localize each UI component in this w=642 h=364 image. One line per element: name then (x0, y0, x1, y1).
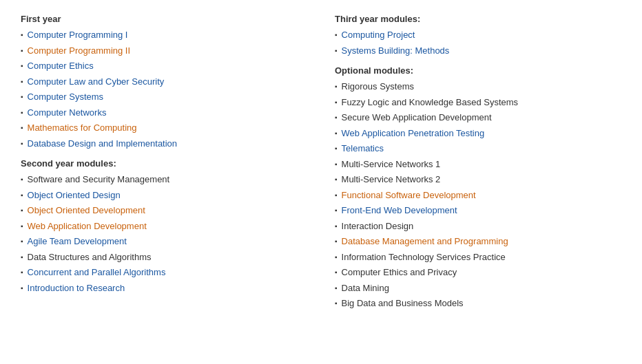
list-item: Secure Web Application Development (335, 111, 621, 125)
optional-heading: Optional modules: (335, 65, 621, 76)
computer-programming-i-link[interactable]: Computer Programming I (28, 28, 128, 42)
list-item: Multi-Service Networks 2 (335, 173, 621, 186)
computing-project-link[interactable]: Computing Project (342, 28, 415, 42)
intro-research-link[interactable]: Introduction to Research (28, 281, 125, 295)
db-management-link[interactable]: Database Management and Programming (342, 235, 508, 248)
list-item: Front-End Web Development (335, 204, 621, 217)
computer-ethics-link[interactable]: Computer Ethics (28, 59, 94, 73)
list-item: Computer Ethics (21, 59, 307, 73)
computer-programming-ii-link[interactable]: Computer Programming II (28, 44, 131, 58)
list-item: Concurrent and Parallel Algorithms (21, 266, 307, 279)
data-mining-text: Data Mining (342, 281, 389, 295)
right-column: Third year modules: Computing Project Sy… (335, 14, 621, 314)
computer-ethics-privacy-text: Computer Ethics and Privacy (342, 266, 457, 279)
computer-law-link[interactable]: Computer Law and Cyber Security (28, 75, 165, 89)
systems-building-link[interactable]: Systems Building: Methods (342, 44, 450, 58)
left-column: First year Computer Programming I Comput… (21, 14, 307, 314)
list-item: Fuzzy Logic and Knowledge Based Systems (335, 96, 621, 109)
ood-link[interactable]: Object Oriented Design (28, 189, 121, 202)
it-services-text: Information Technology Services Practice (342, 250, 506, 264)
secure-web-text: Secure Web Application Development (342, 111, 492, 125)
big-data-text: Big Data and Business Models (342, 297, 464, 310)
web-penetration-link[interactable]: Web Application Penetration Testing (342, 127, 485, 140)
list-item: Agile Team Development (21, 235, 307, 248)
third-year-heading: Third year modules: (335, 14, 621, 24)
list-item: Object Oriented Development (21, 204, 307, 217)
frontend-web-link[interactable]: Front-End Web Development (342, 204, 457, 217)
list-item: Software and Security Management (21, 173, 307, 186)
interaction-design-text: Interaction Design (342, 220, 414, 233)
list-item: Telematics (335, 142, 621, 156)
list-item: Computer Ethics and Privacy (335, 266, 621, 279)
software-security-text: Software and Security Management (28, 173, 170, 186)
list-item: Computer Networks (21, 106, 307, 120)
mathematics-link[interactable]: Mathematics for Computing (28, 121, 137, 135)
first-year-list: Computer Programming I Computer Programm… (21, 28, 307, 150)
concurrent-link[interactable]: Concurrent and Parallel Algorithms (28, 266, 166, 279)
list-item: Data Mining (335, 281, 621, 295)
rigorous-systems-text: Rigorous Systems (342, 80, 414, 94)
list-item: Web Application Development (21, 220, 307, 233)
list-item: Object Oriented Design (21, 189, 307, 202)
database-design-link[interactable]: Database Design and Implementation (28, 137, 178, 151)
list-item: Web Application Penetration Testing (335, 127, 621, 140)
list-item: Computing Project (335, 28, 621, 42)
list-item: Database Design and Implementation (21, 137, 307, 151)
fuzzy-logic-text: Fuzzy Logic and Knowledge Based Systems (342, 96, 519, 109)
list-item: Big Data and Business Models (335, 297, 621, 310)
telematics-link[interactable]: Telematics (342, 142, 384, 156)
list-item: Mathematics for Computing (21, 121, 307, 135)
list-item: Computer Programming I (21, 28, 307, 42)
optional-list: Rigorous Systems Fuzzy Logic and Knowled… (335, 80, 621, 310)
list-item: Interaction Design (335, 220, 621, 233)
multi-service-2-text: Multi-Service Networks 2 (342, 173, 441, 186)
functional-software-link[interactable]: Functional Software Development (342, 189, 476, 202)
first-year-heading: First year (21, 14, 307, 24)
list-item: Rigorous Systems (335, 80, 621, 94)
data-structures-text: Data Structures and Algorithms (28, 250, 152, 264)
second-year-heading: Second year modules: (21, 158, 307, 169)
second-year-list: Software and Security Management Object … (21, 173, 307, 295)
list-item: Functional Software Development (335, 189, 621, 202)
computer-networks-link[interactable]: Computer Networks (28, 106, 107, 120)
oo-development-link[interactable]: Object Oriented Development (28, 204, 145, 217)
list-item: Database Management and Programming (335, 235, 621, 248)
list-item: Computer Systems (21, 90, 307, 104)
list-item: Multi-Service Networks 1 (335, 158, 621, 171)
list-item: Information Technology Services Practice (335, 250, 621, 264)
web-app-dev-link[interactable]: Web Application Development (28, 220, 147, 233)
third-year-list: Computing Project Systems Building: Meth… (335, 28, 621, 57)
agile-link[interactable]: Agile Team Development (28, 235, 127, 248)
list-item: Systems Building: Methods (335, 44, 621, 58)
list-item: Computer Programming II (21, 44, 307, 58)
main-content: First year Computer Programming I Comput… (21, 14, 621, 314)
computer-systems-link[interactable]: Computer Systems (28, 90, 104, 104)
multi-service-1-text: Multi-Service Networks 1 (342, 158, 441, 171)
list-item: Computer Law and Cyber Security (21, 75, 307, 89)
list-item: Introduction to Research (21, 281, 307, 295)
list-item: Data Structures and Algorithms (21, 250, 307, 264)
